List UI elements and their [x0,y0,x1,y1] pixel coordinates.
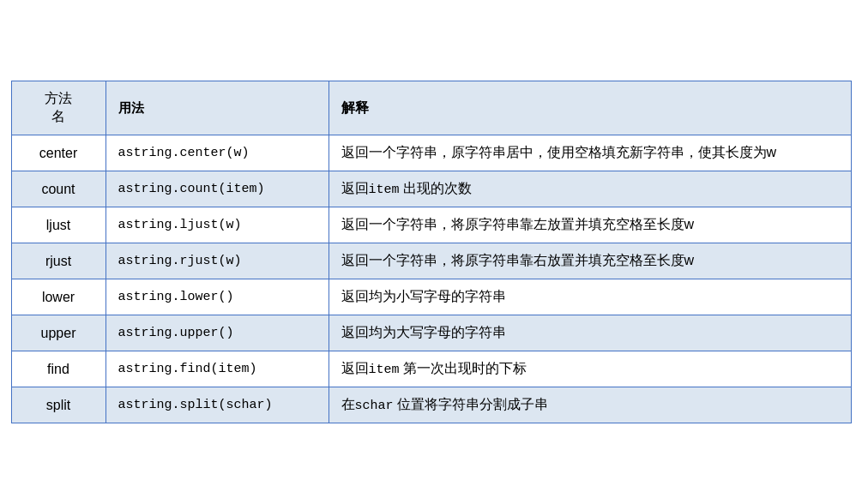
usage-cell: astring.upper() [105,315,329,351]
table-row: ljust astring.ljust(w) 返回一个字符串，将原字符串靠左放置… [11,207,851,243]
desc-cell: 返回item 出现的次数 [329,171,851,207]
desc-cell: 返回均为大写字母的字符串 [329,315,851,351]
usage-cell: astring.rjust(w) [105,243,329,279]
method-cell: lower [11,279,105,315]
table-row: count astring.count(item) 返回item 出现的次数 [11,171,851,207]
table-row: upper astring.upper() 返回均为大写字母的字符串 [11,315,851,351]
desc-cell: 返回一个字符串，将原字符串靠左放置并填充空格至长度w [329,207,851,243]
table-row: rjust astring.rjust(w) 返回一个字符串，将原字符串靠右放置… [11,243,851,279]
table-row: split astring.split(schar) 在schar 位置将字符串… [11,387,851,423]
methods-table: 方法名 用法 解释 center astring.center(w) 返回一个字… [11,81,852,423]
table-row: find astring.find(item) 返回item 第一次出现时的下标 [11,351,851,387]
header-desc: 解释 [329,81,851,135]
desc-cell: 返回一个字符串，原字符串居中，使用空格填充新字符串，使其长度为w [329,135,851,171]
method-cell: upper [11,315,105,351]
table-container: 方法名 用法 解释 center astring.center(w) 返回一个字… [11,81,852,423]
desc-cell: 返回item 第一次出现时的下标 [329,351,851,387]
header-method: 方法名 [11,81,105,135]
usage-cell: astring.center(w) [105,135,329,171]
method-cell: find [11,351,105,387]
usage-cell: astring.ljust(w) [105,207,329,243]
desc-cell: 返回均为小写字母的字符串 [329,279,851,315]
desc-cell: 在schar 位置将字符串分割成子串 [329,387,851,423]
usage-cell: astring.count(item) [105,171,329,207]
usage-cell: astring.split(schar) [105,387,329,423]
header-row: 方法名 用法 解释 [11,81,851,135]
usage-cell: astring.find(item) [105,351,329,387]
header-usage: 用法 [105,81,329,135]
usage-cell: astring.lower() [105,279,329,315]
table-row: center astring.center(w) 返回一个字符串，原字符串居中，… [11,135,851,171]
method-cell: center [11,135,105,171]
method-cell: split [11,387,105,423]
desc-cell: 返回一个字符串，将原字符串靠右放置并填充空格至长度w [329,243,851,279]
table-row: lower astring.lower() 返回均为小写字母的字符串 [11,279,851,315]
method-cell: rjust [11,243,105,279]
method-cell: count [11,171,105,207]
method-cell: ljust [11,207,105,243]
